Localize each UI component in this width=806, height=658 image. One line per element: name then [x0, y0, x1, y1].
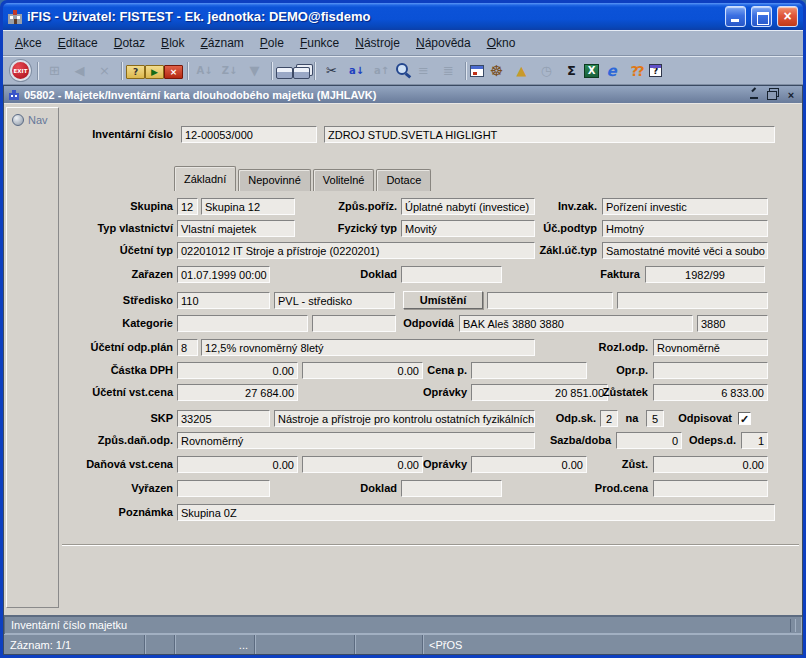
toolbar-separator	[33, 61, 42, 81]
odpisovat-checkbox[interactable]: ✓	[738, 412, 751, 425]
form-canvas: Nav Inventární číslo 12-00053/000 ZDROJ …	[4, 103, 802, 615]
skupina-label: Skupina	[8, 198, 173, 215]
skp-label: SKP	[8, 410, 173, 427]
inv-cislo-field[interactable]: 12-00053/000	[181, 126, 317, 143]
uc-podtyp-field[interactable]: Hmotný	[602, 220, 768, 237]
uc-podtyp-label: Úč.podtyp	[480, 220, 597, 237]
minimize-button[interactable]	[725, 6, 746, 27]
menu-napoveda[interactable]: Nápověda	[408, 33, 479, 53]
inner-restore-button[interactable]	[766, 88, 780, 101]
tab-volitelne[interactable]: Volitelné	[313, 169, 375, 191]
inv-zak-label: Inv.zak.	[480, 198, 597, 215]
toolbar-separator	[183, 61, 192, 81]
nav-item[interactable]: Nav	[12, 114, 53, 126]
castka-dph-field1[interactable]: 0.00	[177, 362, 298, 379]
menu-bar: AkceEditaceDotazBlokZáznamPoleFunkceNást…	[3, 30, 803, 56]
umisteni-field2[interactable]	[617, 292, 768, 309]
vyrazen-field[interactable]	[177, 480, 270, 497]
print-icon[interactable]	[276, 67, 293, 79]
hint-text: Inventární číslo majetku	[11, 619, 127, 631]
rozl-odp-field[interactable]: Rovnoměrně	[653, 339, 768, 356]
odp-plan-code-field[interactable]: 8	[177, 339, 198, 356]
outline-icon: ≡	[411, 59, 436, 82]
skp-code-field[interactable]: 33205	[177, 410, 270, 427]
poznamka-label: Poznámka	[8, 504, 173, 521]
menu-funkce[interactable]: Funkce	[292, 33, 347, 53]
inv-nazev-field[interactable]: ZDROJ STUD.SVETLA HIGLIGHT	[324, 126, 775, 143]
maximize-button[interactable]	[751, 6, 772, 27]
menu-zaznam[interactable]: Záznam	[192, 33, 251, 53]
ucetni-vst-cena-label: Účetní vst.cena	[8, 384, 173, 401]
exit-button[interactable]: EXIT	[10, 60, 31, 81]
sum-icon[interactable]: Σ	[559, 59, 584, 82]
zust-label: Zůst.	[530, 456, 648, 473]
umisteni-button[interactable]: Umístění	[403, 291, 483, 309]
odpovida-code-field[interactable]: 3880	[697, 315, 768, 332]
zust-field[interactable]: 0.00	[653, 456, 768, 473]
faktura-field[interactable]: 1982/99	[645, 266, 765, 283]
zustatek-field[interactable]: 6 833.00	[653, 384, 768, 401]
stredisko-name-field[interactable]: PVL - středisko	[274, 292, 395, 309]
zarazen-field[interactable]: 01.07.1999 00:00	[177, 266, 270, 283]
menu-akce[interactable]: Akce	[7, 33, 50, 53]
record-count: Záznam: 1/1	[4, 635, 144, 654]
doklad2-field[interactable]	[401, 480, 502, 497]
opravky2-label: Oprávky	[350, 456, 467, 473]
menu-editace[interactable]: Editace	[50, 33, 106, 53]
kategorie-field1[interactable]	[177, 315, 308, 332]
content-divider	[62, 544, 799, 546]
find-icon[interactable]	[394, 62, 411, 79]
detail-card-icon[interactable]	[470, 65, 484, 77]
tab-dotace[interactable]: Dotace	[376, 169, 431, 191]
odeps-d-field[interactable]: 1	[741, 432, 768, 449]
form-window-title: 05802 - Majetek/Inventární karta dlouhod…	[24, 89, 744, 101]
tab-zakladni[interactable]: Základní	[174, 166, 236, 191]
menu-blok[interactable]: Blok	[153, 33, 192, 53]
delete-record-icon: ×	[92, 59, 117, 82]
navigator-icon[interactable]: ☸	[484, 59, 509, 82]
odp-sk-label: Odp.sk.	[480, 410, 596, 427]
cena-p-label: Cena p.	[350, 362, 467, 379]
inv-zak-field[interactable]: Pořízení investic	[602, 198, 768, 215]
print-list-icon[interactable]	[293, 67, 310, 79]
odp-sk-field1[interactable]: 2	[600, 410, 618, 427]
sazba-doba-field[interactable]: 0	[616, 432, 682, 449]
execute-query-icon[interactable]: ▶	[145, 65, 164, 79]
menu-nastroje[interactable]: Nástroje	[347, 33, 408, 53]
poznamka-field[interactable]: Skupina 0Z	[177, 504, 775, 521]
close-button[interactable]	[777, 6, 798, 27]
menu-pole[interactable]: Pole	[252, 33, 292, 53]
danova-vst-cena-field1[interactable]: 0.00	[177, 456, 298, 473]
toolbar-separator	[117, 61, 126, 81]
odp-sk-field2[interactable]: 5	[646, 410, 664, 427]
prod-cena-field[interactable]	[653, 480, 768, 497]
doklad1-field[interactable]	[401, 266, 502, 283]
inner-close-button[interactable]: ×	[784, 88, 798, 101]
ucetni-typ-label: Účetní typ	[8, 242, 173, 259]
help-icon[interactable]: ?	[649, 64, 662, 77]
zakl-uc-typ-field[interactable]: Samostatné movité věci a soubo	[602, 242, 768, 259]
cancel-query-icon[interactable]: ×	[164, 65, 183, 79]
hint-lamp-icon[interactable]: ▲	[509, 59, 534, 82]
web-icon[interactable]: e	[599, 59, 624, 82]
enter-query-icon[interactable]: ?	[126, 65, 145, 79]
umisteni-field1[interactable]	[487, 292, 613, 309]
block-indicator: <PřOS	[422, 635, 802, 654]
inner-minimize-button[interactable]	[748, 88, 762, 101]
stredisko-code-field[interactable]: 110	[177, 292, 270, 309]
excel-export-icon[interactable]: X	[584, 64, 599, 78]
opr-p-field[interactable]	[653, 362, 768, 379]
paste-down-icon[interactable]: a↓	[344, 59, 369, 82]
skupina-code-field[interactable]: 12	[177, 198, 198, 215]
status-segment	[144, 635, 174, 654]
menu-okno[interactable]: Okno	[479, 33, 524, 53]
mdi-area: 05802 - Majetek/Inventární karta dlouhod…	[3, 85, 803, 655]
ucetni-vst-cena-field[interactable]: 27 684.00	[177, 384, 298, 401]
cut-icon[interactable]: ✂	[319, 59, 344, 82]
odpovida-name-field[interactable]: BAK Aleš 3880 3880	[459, 315, 693, 332]
tab-nepovinne[interactable]: Nepovinné	[238, 169, 311, 191]
menu-dotaz[interactable]: Dotaz	[106, 33, 153, 53]
odp-plan-label: Účetní odp.plán	[8, 339, 173, 356]
sazba-doba-label: Sazba/doba	[480, 432, 611, 449]
context-help-icon[interactable]: ??	[624, 59, 649, 82]
